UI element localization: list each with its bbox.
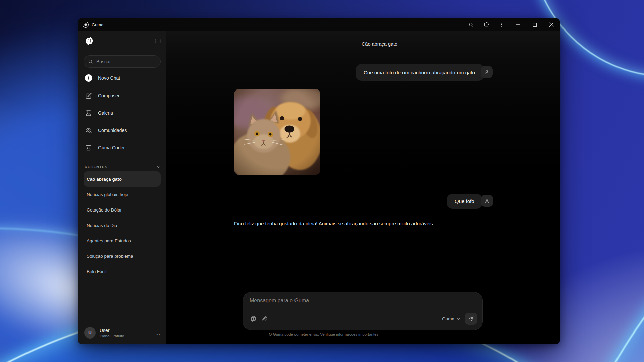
- sidebar-item-label: Composer: [98, 93, 120, 98]
- minimize-button[interactable]: [509, 18, 526, 31]
- terminal-icon: [85, 144, 92, 152]
- compose-icon: [85, 92, 92, 100]
- model-selector[interactable]: Guma: [442, 316, 460, 321]
- send-icon: [468, 316, 474, 322]
- sidebar-top: [78, 31, 166, 50]
- window-title: Guma: [92, 22, 103, 27]
- search-icon: [88, 59, 93, 64]
- sidebar: Novo Chat Composer: [78, 31, 166, 344]
- sidebar-item-novo-chat[interactable]: Novo Chat: [78, 71, 166, 85]
- sidebar-item-guma-coder[interactable]: Guma Coder: [78, 140, 166, 155]
- user-message-bubble: Que fofo: [447, 194, 482, 209]
- attachment-icon[interactable]: [259, 312, 270, 325]
- assistant-message: Fico feliz que tenha gostado da ideia! A…: [234, 221, 434, 226]
- sidebar-item-label: Guma Coder: [98, 145, 125, 150]
- sidebar-item-label: Comunidades: [98, 128, 127, 133]
- guma-app-window: Guma: [78, 18, 560, 344]
- app-body: Novo Chat Composer: [78, 31, 560, 344]
- sidebar-item-composer[interactable]: Composer: [78, 88, 166, 103]
- chat-area: Cão abraça gato Crie uma foto de um cach…: [166, 31, 560, 344]
- message-composer[interactable]: Guma: [243, 292, 483, 330]
- sidebar-item-label: Novo Chat: [98, 75, 120, 81]
- recent-chat-item[interactable]: Agentes para Estudos: [84, 233, 161, 248]
- recent-chat-item[interactable]: Cão abraça gato: [84, 171, 161, 187]
- extensions-icon[interactable]: [479, 18, 494, 31]
- message-input[interactable]: [250, 298, 451, 304]
- disclaimer-text: O Guma pode cometer erros. Verifique inf…: [166, 332, 483, 336]
- sidebar-item-galeria[interactable]: Galeria: [78, 106, 166, 120]
- guma-logo-icon: [85, 36, 94, 46]
- menu-kebab-icon[interactable]: [494, 18, 509, 31]
- user-message-bubble: Crie uma foto de um cachorro abraçando u…: [356, 64, 484, 81]
- chat-title: Cão abraça gato: [166, 41, 560, 47]
- recent-chat-item[interactable]: Notícias globais hoje: [84, 187, 161, 202]
- recents-header[interactable]: RECENTES: [85, 163, 161, 171]
- user-avatar-icon: [481, 195, 493, 207]
- user-menu-icon[interactable]: ...: [155, 330, 160, 336]
- app-logo-icon: [83, 22, 89, 28]
- user-avatar: U: [84, 327, 96, 339]
- close-button[interactable]: [543, 18, 560, 31]
- search-icon[interactable]: [463, 18, 479, 31]
- titlebar: Guma: [78, 18, 560, 31]
- user-name: User: [100, 328, 151, 333]
- model-name: Guma: [442, 316, 454, 321]
- user-avatar-icon: [481, 66, 493, 78]
- composer-toolbar: Guma: [248, 312, 477, 325]
- guma-mode-icon[interactable]: [248, 312, 259, 325]
- chevron-down-icon: [457, 317, 460, 321]
- recent-chat-item[interactable]: Cotação do Dólar: [84, 202, 161, 218]
- recents-title: RECENTES: [85, 165, 108, 169]
- generated-image-dog-hugging-cat[interactable]: [234, 89, 320, 175]
- search-input[interactable]: [96, 59, 156, 64]
- sidebar-spacer: [78, 279, 166, 321]
- sidebar-item-label: Galeria: [98, 110, 113, 116]
- maximize-button[interactable]: [526, 18, 543, 31]
- sidebar-nav: Novo Chat Composer: [78, 71, 166, 158]
- recent-chat-item[interactable]: Solução para problema: [84, 248, 161, 264]
- gallery-icon: [85, 109, 92, 117]
- plus-icon: [85, 74, 92, 82]
- recent-chat-item[interactable]: Bolo Fácil: [84, 264, 161, 279]
- user-plan: Plano Gratuito: [100, 334, 151, 338]
- chevron-down-icon[interactable]: [156, 165, 161, 169]
- sidebar-item-comunidades[interactable]: Comunidades: [78, 123, 166, 138]
- user-row[interactable]: U User Plano Gratuito ...: [78, 321, 166, 344]
- user-meta: User Plano Gratuito: [100, 328, 151, 338]
- recent-chat-item[interactable]: Notícias do Dia: [84, 218, 161, 233]
- search-box[interactable]: [84, 55, 161, 68]
- sidebar-toggle-icon[interactable]: [154, 38, 161, 44]
- send-button[interactable]: [465, 313, 477, 325]
- people-icon: [85, 127, 92, 134]
